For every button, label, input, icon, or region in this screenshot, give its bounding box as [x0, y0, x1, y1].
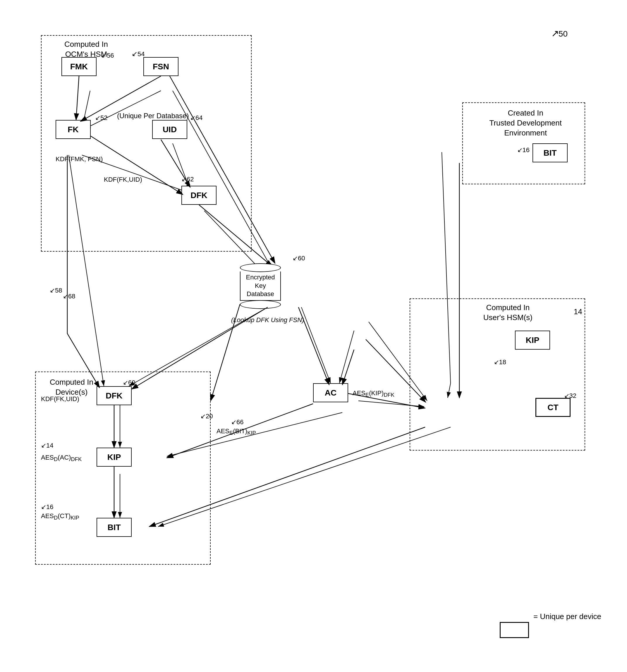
trusted-dev-label: Created InTrusted DevelopmentEnvironment [489, 108, 562, 138]
ac-box: AC [313, 383, 348, 402]
legend-unique-box [500, 622, 529, 638]
aes-d-ac-dfk-label: AESD(AC)DFK [41, 453, 82, 463]
legend-area: = Unique per device [500, 622, 568, 632]
kdf-fk-uid-device-label: KDF(FK,UID) [41, 395, 79, 403]
ref-58: ↙58 [50, 287, 62, 294]
ct-box: CT [535, 398, 571, 417]
ref-16-device: ↙16 [41, 503, 53, 511]
dfk-top-ref: ↙62 [182, 175, 194, 183]
kip-bottom-box: KIP [97, 448, 132, 466]
aes-e-bit-kip-label: AESE(BIT)KIP [217, 427, 256, 436]
kdf-fmk-fsn-label: KDF(FMK, FSN) [55, 155, 103, 164]
ref-60-device: ↙60 [123, 379, 135, 386]
ref-18: ↙18 [494, 358, 506, 366]
diagram-container: 50 ↗ Computed InOCM's HSM FMK ↙56 FSN ↙5… [18, 12, 608, 661]
fmk-box: FMK [62, 57, 97, 76]
aes-d-ct-kip-label: AESD(CT)KIP [41, 512, 79, 521]
fmk-ref: ↙56 [101, 51, 114, 59]
unique-per-db-label: (Unique Per Database) [117, 111, 189, 120]
dfk-top-box: DFK [182, 186, 217, 205]
ref-14-device: ↙14 [41, 442, 53, 449]
uid-box: UID [152, 120, 187, 139]
ref-20: ↙20 [200, 412, 213, 420]
ref-68: ↙68 [63, 292, 75, 300]
encrypted-db-ref: ↙60 [293, 255, 305, 262]
lookup-dfk-label: (Lookup DFK Using FSN) [231, 316, 304, 325]
bit-top-box: BIT [532, 143, 568, 162]
aes-e-kip-dfk-label: AESE(KIP)DFK [353, 389, 394, 399]
user-hsm-ref: 14 [574, 307, 582, 316]
kip-top-box: KIP [515, 331, 550, 350]
svg-line-13 [339, 331, 354, 383]
encrypted-key-db: Encrypted Key Database [240, 263, 281, 309]
ref-66: ↙66 [231, 418, 243, 426]
uid-ref: ↙64 [190, 114, 202, 122]
bit-bottom-box: BIT [97, 518, 132, 537]
device-label: Computed InDevice(s) [50, 377, 93, 397]
legend-label: = Unique per device [533, 612, 601, 621]
user-hsm-label: Computed InUser's HSM(s) [483, 303, 532, 323]
ct-ref: ↙32 [564, 392, 576, 400]
dfk-bottom-box: DFK [97, 386, 132, 405]
ref-50: 50 ↗ [558, 29, 568, 39]
kdf-fk-uid-label-top: KDF(FK,UID) [104, 175, 142, 184]
fk-box: FK [55, 120, 91, 139]
fk-ref: ↙52 [95, 114, 107, 122]
fsn-ref: ↙54 [132, 50, 145, 58]
fsn-box: FSN [143, 57, 178, 76]
svg-line-12 [302, 307, 331, 383]
bit-top-ref: ↙16 [517, 146, 530, 154]
